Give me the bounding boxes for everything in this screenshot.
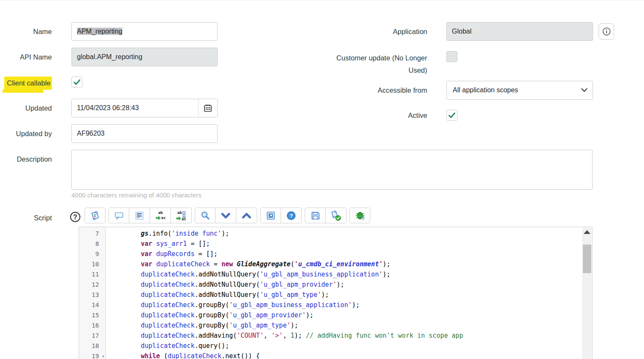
fold-arrow-icon[interactable]: ▾	[102, 351, 105, 359]
toggle-comment-button[interactable]	[108, 208, 129, 223]
accessible-from-label: Accessible from	[324, 81, 427, 100]
updated-input[interactable]	[72, 99, 198, 117]
application-input[interactable]	[446, 22, 593, 41]
code-text: duplicateCheck.addNotNullQuery('u_gbl_ap…	[106, 290, 329, 300]
check-icon	[448, 111, 456, 120]
name-label: Name	[0, 22, 52, 41]
line-number: 14	[79, 300, 106, 310]
svg-text:?: ?	[361, 216, 364, 221]
check-icon	[73, 78, 81, 86]
calendar-button[interactable]	[198, 99, 217, 117]
line-number: 7	[79, 228, 106, 239]
code-line[interactable]: 19▾ while (duplicateCheck.next()) {	[79, 351, 582, 359]
code-line[interactable]: 14 duplicateCheck.groupBy('u_gbl_apm_bus…	[79, 300, 582, 310]
editor-scrollbar-thumb[interactable]	[583, 245, 591, 273]
debug-icon: ?	[355, 210, 366, 221]
customer-update-checkbox	[446, 51, 457, 62]
chevron-down-icon	[221, 211, 231, 221]
svg-text:ac: ac	[182, 217, 186, 221]
svg-text:ab: ab	[158, 211, 163, 215]
script-scroll-icon	[90, 211, 100, 221]
code-line[interactable]: 17 duplicateCheck.addHaving('COUNT', '>'…	[79, 331, 582, 341]
application-label: Application	[324, 22, 427, 41]
syntax-editor-button[interactable]	[85, 208, 105, 223]
line-number: 16	[79, 320, 106, 331]
toolbar-group-search	[195, 208, 257, 223]
line-number: 9	[79, 249, 106, 259]
code-text: duplicateCheck.groupBy('u_gbl_apm_busine…	[106, 300, 360, 310]
replace-all-icon: ab ac	[176, 210, 187, 221]
code-line[interactable]: 10 var duplicateCheck = new GlideAggrega…	[79, 259, 582, 269]
script-help-button[interactable]: ?	[70, 212, 80, 222]
top-divider	[0, 0, 644, 0]
active-checkbox[interactable]	[446, 110, 457, 121]
debug-button[interactable]: ?	[349, 208, 370, 223]
search-icon	[200, 211, 210, 221]
code-line[interactable]: 7 gs.info('inside func');	[79, 228, 582, 239]
description-textarea[interactable]	[71, 150, 593, 190]
replace-button[interactable]: ab ac	[150, 208, 171, 223]
replace-all-button[interactable]: ab ac	[171, 208, 192, 223]
select-chevron-icon	[581, 88, 587, 92]
application-info-button[interactable]	[599, 23, 614, 40]
replace-icon: ab ac	[155, 210, 166, 221]
code-text: var duplicateCheck = new GlideAggregate(…	[106, 259, 390, 269]
search-button[interactable]	[195, 208, 216, 223]
code-text: while (duplicateCheck.next()) {	[106, 351, 260, 359]
script-toolbar: ab ac ab ac	[85, 208, 370, 223]
format-code-button[interactable]	[129, 208, 150, 223]
code-text: duplicateCheck.groupBy('u_gbl_apm_provid…	[106, 310, 314, 320]
toolbar-group-debug: ?	[349, 208, 370, 223]
line-number: 15	[79, 310, 106, 320]
active-label: Active	[324, 110, 427, 121]
help-filled-icon: ?	[286, 211, 296, 221]
code-text: duplicateCheck.addNotNullQuery('u_gbl_ap…	[106, 269, 390, 279]
accessible-from-select[interactable]: All application scopes	[446, 81, 593, 100]
toolbar-group-window: ?	[260, 208, 302, 223]
open-in-window-icon	[266, 211, 276, 221]
updated-label: Updated	[0, 99, 52, 117]
script-label: Script	[0, 208, 52, 227]
code-line[interactable]: 18 duplicateCheck.query();	[79, 341, 582, 351]
save-button[interactable]	[305, 208, 326, 223]
svg-text:ac: ac	[161, 216, 166, 220]
api-name-input[interactable]	[71, 48, 218, 66]
code-text: duplicateCheck.addHaving('COUNT', '>', 1…	[106, 331, 463, 341]
line-number: 18	[79, 341, 106, 351]
code-line[interactable]: 9 var dupRecords = [];	[79, 249, 582, 259]
code-line[interactable]: 11 duplicateCheck.addNotNullQuery('u_gbl…	[79, 269, 582, 279]
scroll-up-arrow-icon[interactable]	[584, 230, 590, 234]
code-line[interactable]: 8 var sys_arr1 = [];	[79, 239, 582, 249]
line-number: 11	[79, 269, 106, 279]
find-previous-button[interactable]	[236, 208, 257, 223]
line-number: 19▾	[79, 351, 106, 359]
line-number: 12	[79, 279, 106, 290]
updated-by-label: Updated by	[0, 124, 52, 143]
find-next-button[interactable]	[216, 208, 236, 223]
client-callable-checkbox[interactable]	[71, 77, 82, 88]
updated-by-input[interactable]	[71, 124, 218, 143]
script-code-editor[interactable]: 7 gs.info('inside func');8 var sys_arr1 …	[79, 227, 593, 359]
name-input[interactable]: APM_reporting	[71, 22, 218, 41]
code-text: duplicateCheck.addNotNullQuery('u_gbl_ap…	[106, 279, 344, 290]
code-line[interactable]: 12 duplicateCheck.addNotNullQuery('u_gbl…	[79, 279, 582, 290]
line-number: 13	[79, 290, 106, 300]
save-icon	[310, 211, 321, 221]
code-line[interactable]: 13 duplicateCheck.addNotNullQuery('u_gbl…	[79, 290, 582, 300]
editor-help-button[interactable]: ?	[281, 208, 302, 223]
comment-icon	[114, 211, 124, 221]
toolbar-group-edit: ab ac ab ac	[108, 208, 192, 223]
editor-scrollbar[interactable]	[582, 228, 592, 359]
code-text: duplicateCheck.groupBy('u_gbl_apm_type')…	[106, 320, 298, 331]
code-text: var sys_arr1 = [];	[106, 239, 210, 249]
client-callable-label-highlight: Client callable	[4, 77, 52, 90]
open-in-window-button[interactable]	[260, 208, 281, 223]
name-input-selected-text: APM_reporting	[77, 28, 122, 35]
code-line[interactable]: 15 duplicateCheck.groupBy('u_gbl_apm_pro…	[79, 310, 582, 320]
syntax-check-button[interactable]	[326, 208, 346, 223]
code-line[interactable]: 16 duplicateCheck.groupBy('u_gbl_apm_typ…	[79, 320, 582, 331]
api-name-label: API Name	[0, 48, 52, 66]
code-text: duplicateCheck.query();	[106, 341, 229, 351]
code-text: gs.info('inside func');	[106, 228, 229, 239]
toolbar-group-editor	[85, 208, 105, 223]
